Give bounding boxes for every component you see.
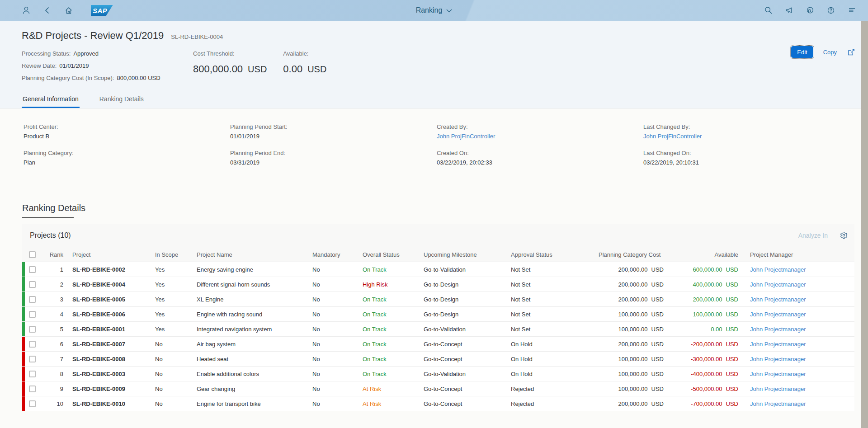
help-icon[interactable] bbox=[826, 6, 835, 15]
approval-status-cell: Not Set bbox=[509, 307, 597, 321]
gear-icon[interactable] bbox=[840, 231, 848, 240]
rank-cell: 4 bbox=[47, 307, 65, 321]
project-manager-link[interactable]: John Projectmanager bbox=[750, 281, 806, 288]
tab-general-information[interactable]: General Information bbox=[22, 95, 80, 108]
field-last-changed-on: Last Changed On: 03/22/2019, 20:10:31 bbox=[643, 150, 850, 166]
mandatory-cell: No bbox=[311, 396, 361, 411]
search-icon[interactable] bbox=[764, 6, 773, 15]
in-scope-cell: Yes bbox=[153, 262, 195, 277]
home-icon[interactable] bbox=[64, 6, 73, 15]
overall-status-cell: On Track bbox=[361, 292, 422, 306]
share-icon[interactable] bbox=[847, 48, 855, 56]
tab-ranking-details[interactable]: Ranking Details bbox=[99, 95, 145, 108]
megaphone-icon[interactable] bbox=[785, 6, 794, 15]
project-manager-link[interactable]: John Projectmanager bbox=[750, 341, 806, 348]
notifications-list-icon[interactable] bbox=[847, 6, 856, 15]
available-cell: -200,000.00USD bbox=[665, 337, 740, 351]
tab-bar: General Information Ranking Details bbox=[22, 95, 145, 108]
in-scope-cell: No bbox=[153, 381, 195, 396]
column-header-mandatory[interactable]: Mandatory bbox=[311, 247, 361, 262]
sap-logo[interactable]: SAP bbox=[91, 5, 113, 16]
column-header-rank[interactable]: Rank bbox=[47, 247, 65, 262]
table-row: 5 SL-RD-EBIKE-0001 Yes Integrated naviga… bbox=[22, 322, 854, 337]
copilot-icon[interactable] bbox=[806, 6, 815, 15]
rank-cell: 5 bbox=[47, 322, 65, 336]
column-header-project-manager[interactable]: Project Manager bbox=[740, 247, 854, 262]
column-header-project-name[interactable]: Project Name bbox=[195, 247, 311, 262]
edit-button[interactable]: Edit bbox=[791, 46, 813, 58]
project-id-cell: SL-RD-EBIKE-0003 bbox=[65, 367, 153, 381]
overall-status-cell: On Track bbox=[361, 262, 422, 277]
table-row: 8 SL-RD-EBIKE-0003 No Enable additional … bbox=[22, 367, 854, 381]
project-manager-link[interactable]: John Projectmanager bbox=[750, 400, 806, 407]
in-scope-cell: Yes bbox=[153, 322, 195, 336]
row-checkbox[interactable] bbox=[29, 296, 36, 303]
column-header-in-scope[interactable]: In Scope bbox=[153, 247, 195, 262]
last-changed-by-link[interactable]: John ProjFinController bbox=[643, 133, 702, 140]
approval-status-cell: Not Set bbox=[509, 322, 597, 336]
field-label: Profit Center: bbox=[24, 123, 230, 131]
vertical-scrollbar[interactable] bbox=[861, 21, 868, 428]
facet-label: Planning Category Cost (In Scope): bbox=[22, 75, 114, 81]
column-header-upcoming-milestone[interactable]: Upcoming Milestone bbox=[422, 247, 509, 262]
available-kpi: Available: 0.00USD bbox=[283, 47, 326, 84]
project-name-cell: Heated seat bbox=[195, 352, 311, 366]
copy-button[interactable]: Copy bbox=[823, 49, 837, 56]
project-manager-link[interactable]: John Projectmanager bbox=[750, 311, 806, 318]
planning-category-cost-cell: 200,000.00USD bbox=[597, 337, 665, 351]
column-header-available[interactable]: Available bbox=[665, 247, 740, 262]
row-checkbox[interactable] bbox=[29, 386, 36, 392]
row-checkbox[interactable] bbox=[29, 326, 36, 333]
project-id-cell: SL-RD-EBIKE-0004 bbox=[65, 277, 153, 292]
available-cell: 400,000.00USD bbox=[665, 277, 740, 292]
row-checkbox[interactable] bbox=[29, 400, 36, 407]
rank-cell: 1 bbox=[47, 262, 65, 277]
overall-status-cell: On Track bbox=[361, 367, 422, 381]
approval-status-cell: Not Set bbox=[509, 262, 597, 277]
project-manager-cell: John Projectmanager bbox=[740, 292, 854, 306]
project-manager-cell: John Projectmanager bbox=[740, 277, 854, 292]
project-name-cell: Integrated navigation system bbox=[195, 322, 311, 336]
in-scope-cell: Yes bbox=[153, 277, 195, 292]
row-checkbox[interactable] bbox=[29, 281, 36, 288]
available-cell: 200,000.00USD bbox=[665, 292, 740, 306]
row-checkbox[interactable] bbox=[29, 266, 36, 273]
upcoming-milestone-cell: Go-to-Concept bbox=[422, 396, 509, 411]
approval-status-cell: On Hold bbox=[509, 337, 597, 351]
field-value: 01/01/2019 bbox=[230, 133, 437, 140]
mandatory-cell: No bbox=[311, 292, 361, 306]
column-header-approval-status[interactable]: Approval Status bbox=[509, 247, 597, 262]
row-checkbox[interactable] bbox=[29, 311, 36, 318]
field-profit-center: Profit Center: Product B bbox=[24, 123, 230, 140]
project-id-cell: SL-RD-EBIKE-0001 bbox=[65, 322, 153, 336]
general-information-section: Profit Center: Product B Planning Period… bbox=[22, 108, 854, 176]
available-cell: -700,000.00USD bbox=[665, 396, 740, 411]
row-checkbox[interactable] bbox=[29, 371, 36, 377]
column-header-project[interactable]: Project bbox=[65, 247, 153, 262]
project-manager-cell: John Projectmanager bbox=[740, 352, 854, 366]
project-manager-link[interactable]: John Projectmanager bbox=[750, 356, 806, 362]
created-by-link[interactable]: John ProjFinController bbox=[437, 133, 495, 140]
row-checkbox[interactable] bbox=[29, 341, 36, 348]
row-checkbox[interactable] bbox=[29, 356, 36, 362]
mandatory-cell: No bbox=[311, 381, 361, 396]
table-row: 2 SL-RD-EBIKE-0004 Yes Different signal-… bbox=[22, 277, 854, 292]
upcoming-milestone-cell: Go-to-Design bbox=[422, 292, 509, 306]
row-select-cell bbox=[25, 262, 47, 277]
column-header-planning-category-cost[interactable]: Planning Category Cost bbox=[597, 247, 665, 262]
project-manager-link[interactable]: John Projectmanager bbox=[750, 296, 806, 303]
select-all-checkbox[interactable] bbox=[29, 251, 36, 258]
person-icon[interactable] bbox=[22, 6, 31, 15]
project-manager-link[interactable]: John Projectmanager bbox=[750, 326, 806, 333]
column-header-overall-status[interactable]: Overall Status bbox=[361, 247, 422, 262]
row-select-cell bbox=[25, 322, 47, 336]
project-manager-link[interactable]: John Projectmanager bbox=[750, 371, 806, 377]
upcoming-milestone-cell: Go-to-Concept bbox=[422, 352, 509, 366]
project-manager-link[interactable]: John Projectmanager bbox=[750, 386, 806, 392]
app-title-menu[interactable]: Ranking bbox=[416, 6, 453, 14]
field-label: Planning Period End: bbox=[230, 150, 437, 157]
back-icon[interactable] bbox=[43, 6, 52, 15]
project-manager-link[interactable]: John Projectmanager bbox=[750, 266, 806, 273]
field-value: 03/22/2019, 20:02:33 bbox=[437, 159, 643, 166]
available-cell: -400,000.00USD bbox=[665, 367, 740, 381]
